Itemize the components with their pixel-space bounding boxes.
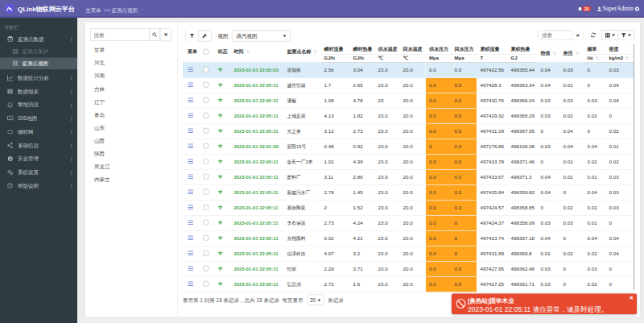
svg-text:?: ? — [9, 184, 11, 188]
